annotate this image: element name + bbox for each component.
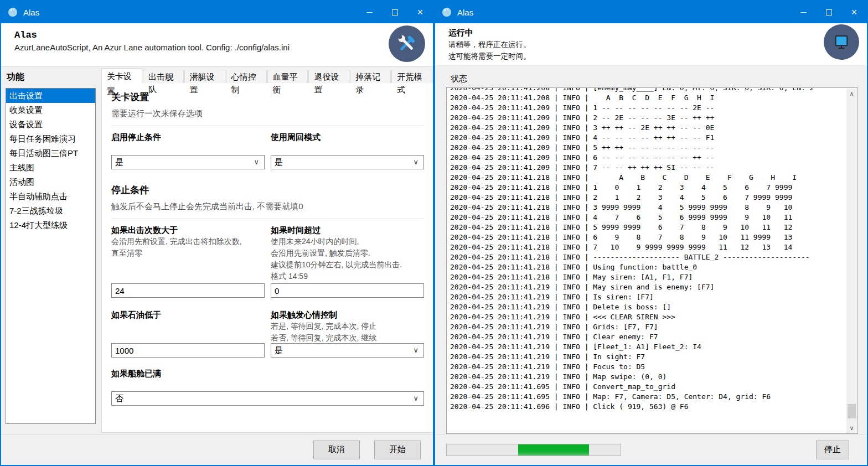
field-loop-mode: 使用周回模式 是 ∨ — [271, 132, 424, 169]
stop-section-desc: 触发后不会马上停止会先完成当前出击, 不需要就填0 — [111, 201, 424, 212]
tab-item[interactable]: 掉落记录 — [350, 70, 391, 83]
sidebar-item[interactable]: 每日任务困难演习 — [6, 132, 95, 146]
log-line: 2020-04-25 20:11:41.219 | INFO | Clear e… — [450, 332, 857, 342]
window-title: Alas — [457, 8, 473, 17]
minimize-icon — [366, 12, 373, 13]
sidebar-item[interactable]: 每日活动图三倍PT — [6, 146, 95, 160]
selected-value: 是 — [275, 157, 283, 168]
selected-value: 是 — [275, 345, 283, 356]
runner-footer: 停止 — [435, 434, 867, 465]
tab-item[interactable]: 出击舰队 — [143, 70, 184, 83]
section-desc: 需要运行一次来保存选项 — [111, 108, 424, 119]
tab-strip: 关卡设置出击舰队潜艇设置心情控制血量平衡退役设置掉落记录开荒模式 — [101, 68, 433, 83]
log-line: 2020-04-25 20:11:41.218 | INFO | 1 0 1 2… — [450, 183, 857, 193]
app-name: Alas — [1, 23, 433, 40]
log-line: 2020-04-25 20:11:41.209 | INFO | 6 -- --… — [450, 153, 857, 163]
dock-full-label: 如果船舱已满 — [111, 369, 424, 379]
sidebar-title: 功能 — [7, 71, 24, 83]
log-line: 2020-04-25 20:11:41.218 | INFO | A B C D… — [450, 173, 857, 183]
stop-button[interactable]: 停止 — [816, 441, 849, 459]
field-label: 使用周回模式 — [271, 132, 424, 143]
running-line2: 这可能将需要一定时间。 — [435, 50, 867, 61]
scrollbar-thumb[interactable] — [848, 404, 856, 418]
log-line: 2020-04-25 20:11:41.218 | INFO | 6 9 8 7… — [450, 232, 857, 242]
selected-value: 否 — [115, 393, 123, 404]
field-desc: 会沿用先前设置, 完成出击将扣除次数, 直至清零 — [111, 236, 265, 283]
sidebar-item[interactable]: 7-2三战拣垃圾 — [6, 204, 95, 218]
log-line: 2020-04-25 20:11:41.218 | INFO | 3 9999 … — [450, 203, 857, 213]
minimize-button[interactable] — [356, 1, 382, 23]
sidebar-item[interactable]: 半自动辅助点击 — [6, 189, 95, 204]
settings-body: 功能 出击设置收菜设置设备设置每日任务困难演习每日活动图三倍PT主线图活动图半自… — [1, 67, 433, 434]
alas-app: Alas × Alas AzurLaneAutoScript, An Azur … — [0, 0, 868, 466]
log-line: 2020-04-25 20:11:41.219 | INFO | <<< CLE… — [450, 312, 857, 322]
loop-mode-select[interactable]: 是 ∨ — [271, 155, 424, 169]
maximize-button[interactable] — [382, 1, 407, 23]
count-gt-input[interactable] — [112, 284, 264, 297]
emotion-trigger-select[interactable]: 是 ∨ — [271, 343, 424, 358]
scroll-down-icon[interactable]: ∨ — [846, 423, 857, 433]
dock-full-select[interactable]: 否 ∨ — [111, 391, 424, 406]
start-button[interactable]: 开始 — [374, 441, 421, 459]
sidebar-item[interactable]: 设备设置 — [6, 117, 95, 132]
log-line: 2020-04-25 20:11:41.218 | INFO | 7 10 9 … — [450, 242, 857, 252]
log-line: 2020-04-25 20:11:41.208 | INFO | [enemy_… — [450, 87, 857, 93]
tab-item[interactable]: 血量平衡 — [267, 70, 308, 83]
enable-stop-select[interactable]: 是 ∨ — [111, 155, 265, 169]
monitor-badge — [824, 24, 859, 60]
log-line: 2020-04-25 20:11:41.209 | INFO | 4 -- --… — [450, 133, 857, 143]
tab-item[interactable]: 退役设置 — [308, 70, 349, 83]
log-scrollbar[interactable]: ∧ ∨ — [846, 89, 857, 433]
log-line: 2020-04-25 20:11:41.209 | INFO | 2 -- 2E… — [450, 113, 857, 123]
scroll-up-icon[interactable]: ∧ — [846, 89, 857, 99]
runner-header: 运行中 请稍等，程序正在运行。 这可能将需要一定时间。 — [435, 23, 867, 65]
field-count-gt: 如果出击次数大于 会沿用先前设置, 完成出击将扣除次数, 直至清零 — [111, 225, 265, 298]
running-title: 运行中 — [435, 23, 867, 38]
settings-footer: 取消 开始 — [1, 434, 433, 465]
selected-value: 是 — [115, 157, 123, 168]
settings-window: Alas × Alas AzurLaneAutoScript, An Azur … — [0, 0, 434, 466]
log-line: 2020-04-25 20:11:41.219 | INFO | Is sire… — [450, 292, 857, 302]
tab-active[interactable]: 关卡设置 — [101, 68, 142, 84]
log-line: 2020-04-25 20:11:41.209 | INFO | 3 ++ ++… — [450, 123, 857, 133]
log-line: 2020-04-25 20:11:41.219 | INFO | In sigh… — [450, 352, 857, 362]
log-line: 2020-04-25 20:11:41.219 | INFO | [Fleet_… — [450, 342, 857, 352]
settings-titlebar: Alas × — [1, 1, 433, 23]
function-listbox[interactable]: 出击设置收菜设置设备设置每日任务困难演习每日活动图三倍PT主线图活动图半自动辅助… — [6, 88, 96, 424]
maximize-button[interactable] — [816, 1, 841, 23]
field-desc — [111, 320, 265, 343]
runner-window: Alas × 运行中 请稍等，程序正在运行。 这可能将需要一定时间。 状态 — [434, 0, 868, 466]
wrench-icon — [396, 33, 418, 55]
log-text: 2020-04-25 20:11:41.208 | INFO | [enemy_… — [447, 87, 857, 412]
log-line: 2020-04-25 20:11:41.219 | INFO | May sir… — [450, 282, 857, 292]
cancel-button[interactable]: 取消 — [313, 441, 360, 459]
form-row-oil-emotion: 如果石油低于 如果触发心情控制 若是, 等待回复, 完成本次, 停止 若否, 等… — [111, 310, 424, 358]
app-logo-icon — [441, 6, 453, 18]
sidebar-item[interactable]: 活动图 — [6, 175, 95, 189]
oil-below-box — [111, 343, 265, 358]
settings-header: Alas AzurLaneAutoScript, An Azur Lane au… — [1, 23, 433, 67]
log-line: 2020-04-25 20:11:41.696 | INFO | Click (… — [450, 402, 857, 412]
sidebar-item[interactable]: 12-4打大型练级 — [6, 218, 95, 232]
log-line: 2020-04-25 20:11:41.218 | INFO | 4 7 6 5… — [450, 213, 857, 222]
time-over-input[interactable] — [271, 284, 423, 297]
runner-titlebar: Alas × — [435, 1, 867, 23]
log-line: 2020-04-25 20:11:41.218 | INFO | -------… — [450, 252, 857, 262]
close-button[interactable]: × — [841, 1, 867, 23]
tab-item[interactable]: 心情控制 — [226, 70, 267, 83]
runner-body: 状态 2020-04-25 20:11:41.208 | INFO | [ene… — [435, 65, 867, 434]
field-label: 如果触发心情控制 — [271, 310, 424, 320]
log-line: 2020-04-25 20:11:41.218 | INFO | 5 9999 … — [450, 222, 857, 232]
close-button[interactable]: × — [407, 1, 433, 23]
oil-below-input[interactable] — [112, 344, 264, 357]
sidebar-item[interactable]: 主线图 — [6, 160, 95, 175]
sidebar-item[interactable]: 收菜设置 — [6, 103, 95, 117]
log-box: 2020-04-25 20:11:41.208 | INFO | [enemy_… — [446, 87, 858, 434]
sidebar-item[interactable]: 出击设置 — [6, 89, 95, 103]
divider — [111, 219, 424, 219]
minimize-button[interactable] — [790, 1, 816, 23]
progress-bar — [446, 444, 621, 456]
tab-item[interactable]: 开荒模式 — [391, 70, 432, 83]
caption-buttons: × — [356, 1, 433, 23]
tab-item[interactable]: 潜艇设置 — [184, 70, 225, 83]
